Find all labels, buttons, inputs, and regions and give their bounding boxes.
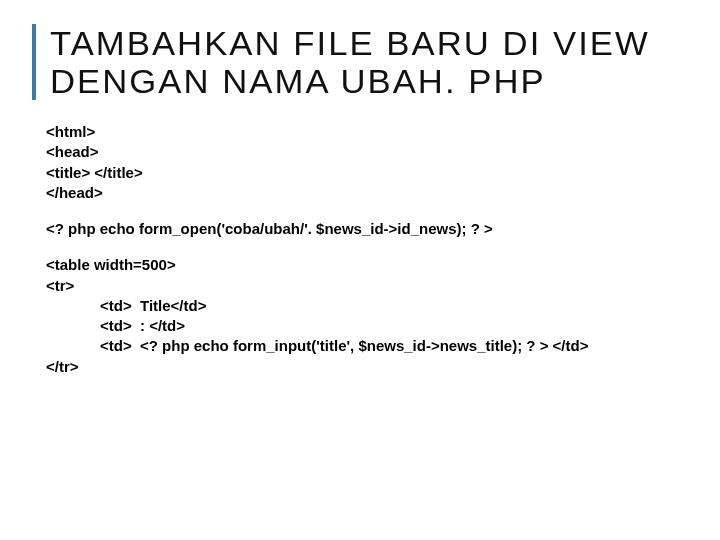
code-block-head: <html> <head> <title> </title> </head> [42, 122, 670, 203]
code-line: </head> [46, 183, 670, 203]
code-line: <td> Title</td> [46, 296, 670, 316]
code-line: <? php echo form_open('coba/ubah/'. $new… [46, 219, 670, 239]
code-block-formopen: <? php echo form_open('coba/ubah/'. $new… [42, 219, 670, 239]
code-line: <tr> [46, 276, 670, 296]
code-block-table: <table width=500> <tr> <td> Title</td> <… [42, 255, 670, 377]
code-line: <table width=500> [46, 255, 670, 275]
code-line: </tr> [46, 357, 670, 377]
code-line: <html> [46, 122, 670, 142]
slide: TAMBAHKAN FILE BARU DI VIEW DENGAN NAMA … [0, 0, 720, 413]
page-title: TAMBAHKAN FILE BARU DI VIEW DENGAN NAMA … [50, 24, 682, 100]
code-line: <head> [46, 142, 670, 162]
code-line: <title> </title> [46, 163, 670, 183]
code-line: <td> : </td> [46, 316, 670, 336]
title-block: TAMBAHKAN FILE BARU DI VIEW DENGAN NAMA … [32, 24, 670, 100]
code-line: <td> <? php echo form_input('title', $ne… [46, 336, 670, 356]
